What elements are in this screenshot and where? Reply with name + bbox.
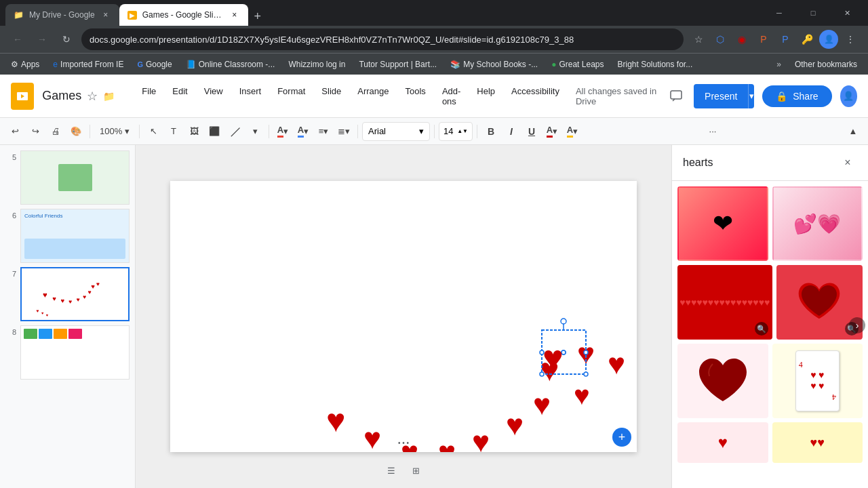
bookmark-tutor[interactable]: Tutor Support | Bart... — [353, 57, 442, 72]
extension-icon-2[interactable]: ◉ — [732, 30, 751, 49]
menu-accessibility[interactable]: Accessibility — [503, 81, 568, 112]
menu-addons[interactable]: Add-ons — [434, 81, 469, 112]
heart-selected[interactable]: ♥ — [542, 338, 564, 378]
toolbar-cursor[interactable]: ↖ — [144, 122, 163, 141]
tab-close-2[interactable]: × — [229, 9, 240, 20]
extension-icon-4[interactable]: P — [776, 30, 795, 49]
toolbar-fill-color[interactable]: A▾ — [273, 122, 292, 141]
slide-canvas[interactable]: ♥ ♥ ♥ ♥ ♥ ♥ ♥ ♥ ♥ ♥ ♥ ♥ ♥ ♥ — [170, 181, 637, 452]
bookmark-whizzimo[interactable]: Whizzimo log in — [283, 57, 351, 72]
toolbar-text-color[interactable]: A▾ — [542, 122, 561, 141]
tab-my-drive[interactable]: 📁 My Drive - Google × — [5, 4, 119, 26]
slide-preview-6[interactable]: Colorful Friends — [20, 209, 130, 263]
toolbar-collapse[interactable]: ▲ — [844, 122, 863, 141]
toolbar-text-box[interactable]: T — [164, 122, 183, 141]
image-item-5[interactable] — [677, 344, 768, 418]
browser-toolbar-icons: ☆ ⬡ ◉ P P 🔑 👤 ⋮ — [689, 30, 860, 49]
menu-file[interactable]: File — [134, 81, 164, 112]
reload-button[interactable]: ↻ — [57, 30, 76, 49]
toolbar-more[interactable]: ··· — [703, 122, 722, 141]
forward-button[interactable]: → — [33, 30, 52, 49]
present-button[interactable]: Present ▾ — [694, 84, 754, 108]
bookmark-google[interactable]: G Google — [132, 57, 177, 72]
bookmark-other[interactable]: Other bookmarks — [789, 57, 863, 72]
extension-icon-3[interactable]: P — [754, 30, 773, 49]
star-icon[interactable]: ☆ — [87, 89, 98, 104]
present-label[interactable]: Present — [694, 84, 748, 108]
menu-tools[interactable]: Tools — [397, 81, 434, 112]
slide-preview-8[interactable] — [20, 325, 130, 380]
image-item-8[interactable]: ♥♥ — [772, 422, 863, 463]
share-button[interactable]: 🔒 Share — [762, 85, 831, 107]
bookmark-classroom[interactable]: 📘 Online Classroom -... — [180, 57, 281, 72]
minimize-button[interactable]: ─ — [764, 2, 795, 24]
menu-edit[interactable]: Edit — [164, 81, 195, 112]
toolbar-undo[interactable]: ↩ — [5, 122, 24, 141]
toolbar-italic[interactable]: I — [502, 122, 521, 141]
bookmark-classroom-label: Online Classroom -... — [199, 60, 275, 69]
comments-btn[interactable] — [667, 84, 686, 108]
extension-icon-1[interactable]: ⬡ — [711, 30, 730, 49]
menu-insert[interactable]: Insert — [231, 81, 270, 112]
bookmark-apps[interactable]: ⚙ Apps — [5, 57, 45, 72]
toolbar-bold[interactable]: B — [481, 122, 500, 141]
toolbar-zoom[interactable]: 100% ▾ — [94, 122, 135, 141]
bookmarks-more[interactable]: » — [771, 57, 787, 72]
toolbar-more-shapes[interactable]: ▾ — [245, 122, 264, 141]
panel-next-btn[interactable]: › — [849, 317, 865, 333]
image-item-7[interactable]: ♥ — [677, 422, 768, 463]
image-item-3[interactable]: ♥♥♥♥♥♥♥♥♥♥♥♥♥♥♥♥ 🔍 — [677, 265, 772, 340]
menu-format[interactable]: Format — [269, 81, 313, 112]
toolbar-underline[interactable]: U — [522, 122, 541, 141]
grid-view-btn[interactable]: ⊞ — [406, 461, 425, 480]
toolbar-border-color[interactable]: A▾ — [294, 122, 313, 141]
avatar-btn[interactable]: 👤 — [819, 30, 838, 49]
present-arrow[interactable]: ▾ — [748, 84, 754, 108]
bookmark-greatleaps[interactable]: ● Great Leaps — [546, 57, 609, 72]
toolbar-redo[interactable]: ↪ — [26, 122, 45, 141]
toolbar-paint-format[interactable]: 🎨 — [66, 122, 85, 141]
image-item-1[interactable]: ❤ 🔍 — [677, 186, 768, 261]
slide-thumb-6[interactable]: 6 Colorful Friends — [5, 209, 130, 263]
image-item-6[interactable]: 4 ♥ ♥♥ ♥ 4 — [772, 344, 863, 418]
slide-thumb-5[interactable]: 5 — [5, 150, 130, 205]
tab-close-1[interactable]: × — [100, 9, 111, 20]
bookmark-schoolbooks[interactable]: 📚 My School Books -... — [445, 57, 543, 72]
toolbar-align[interactable]: ≡▾ — [314, 122, 333, 141]
slide-preview-5[interactable] — [20, 150, 130, 205]
menu-view[interactable]: View — [196, 81, 231, 112]
bookmark-bright[interactable]: Bright Solutions for... — [612, 57, 698, 72]
toolbar-bullet[interactable]: ≣▾ — [334, 122, 353, 141]
panel-close-btn[interactable]: × — [838, 153, 857, 172]
toolbar-highlight[interactable]: A▾ — [563, 122, 582, 141]
toolbar-image[interactable]: 🖼 — [184, 122, 203, 141]
image-4-heart — [795, 281, 843, 325]
font-selector[interactable]: Arial ▾ — [362, 122, 430, 141]
user-avatar[interactable]: 👤 — [840, 85, 857, 107]
maximize-button[interactable]: □ — [797, 2, 829, 24]
panel-scroll-area[interactable]: ❤ 🔍 💕💗 ♥♥♥♥♥♥♥♥♥♥♥♥♥♥♥♥ 🔍 — [672, 181, 868, 488]
close-button[interactable]: ✕ — [831, 2, 863, 24]
extension-icon-5[interactable]: 🔑 — [797, 30, 816, 49]
folder-icon[interactable]: 📁 — [103, 91, 115, 102]
new-tab-button[interactable]: + — [248, 7, 267, 26]
filmstrip-view-btn[interactable]: ☰ — [382, 461, 401, 480]
font-size-selector[interactable]: 14 ▲▼ — [439, 122, 473, 141]
slide-preview-7[interactable]: ♥ ♥ ♥ ♥ ♥ ♥ ♥ ♥ ♥ ♥ ♥ ♥ — [20, 267, 130, 321]
tab-games[interactable]: ▶ Games - Google Slides × — [119, 4, 248, 26]
image-item-2[interactable]: 💕💗 — [772, 186, 863, 261]
toolbar-print[interactable]: 🖨 — [46, 122, 65, 141]
slide-thumb-8[interactable]: 8 — [5, 325, 130, 380]
menu-icon[interactable]: ⋮ — [841, 30, 860, 49]
toolbar-shape[interactable]: ⬛ — [205, 122, 224, 141]
url-bar[interactable]: docs.google.com/presentation/d/1D18ZX7Xy… — [81, 28, 684, 50]
toolbar-line[interactable]: — — [221, 118, 248, 144]
menu-arrange[interactable]: Arrange — [349, 81, 397, 112]
add-slide-btn[interactable]: + — [612, 428, 631, 447]
bookmark-icon[interactable]: ☆ — [689, 30, 708, 49]
menu-help[interactable]: Help — [469, 81, 503, 112]
back-button[interactable]: ← — [8, 30, 27, 49]
menu-slide[interactable]: Slide — [313, 81, 349, 112]
slide-thumb-7[interactable]: 7 ♥ ♥ ♥ ♥ ♥ ♥ ♥ ♥ ♥ ♥ — [5, 267, 130, 321]
bookmark-ie[interactable]: e Imported From IE — [47, 57, 129, 72]
